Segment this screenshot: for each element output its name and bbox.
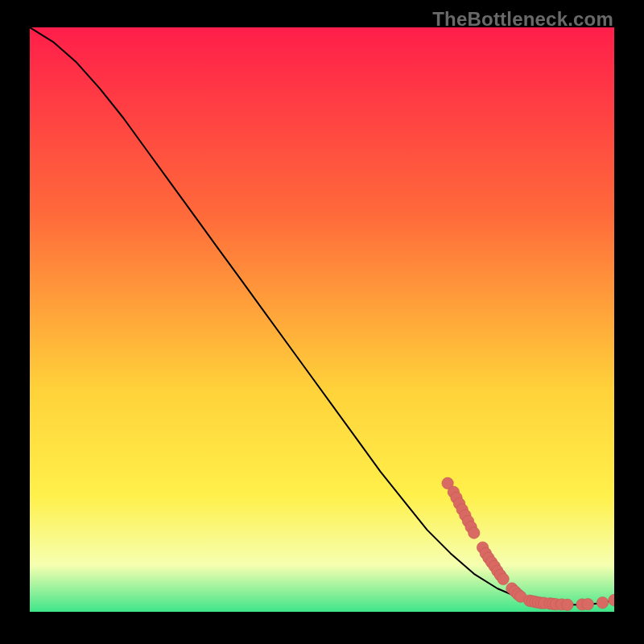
data-marker [582,598,593,609]
data-marker [497,573,509,584]
bottleneck-chart [30,27,614,612]
data-marker [597,597,608,609]
gradient-background [30,27,614,612]
chart-frame: TheBottleneck.com [0,0,644,644]
data-marker [562,599,573,610]
data-marker [469,527,480,539]
